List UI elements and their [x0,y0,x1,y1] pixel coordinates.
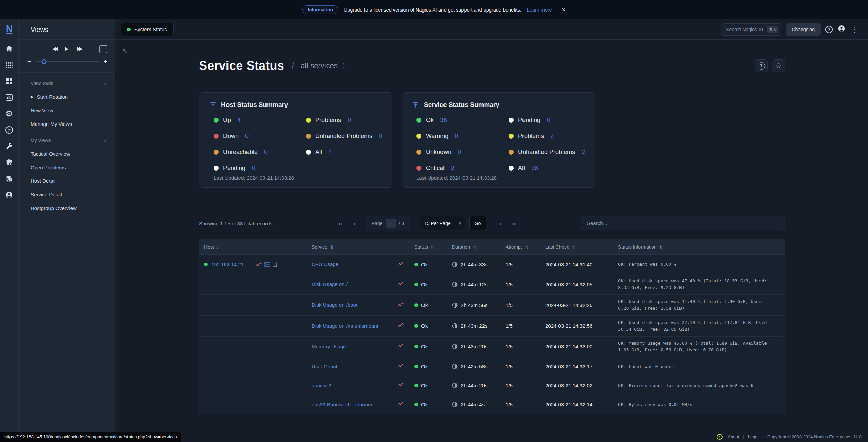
help-icon[interactable]: ? [3,124,15,136]
table-search-input[interactable] [581,216,785,230]
column-host[interactable]: Host↓ [199,244,312,250]
favorite-star-button[interactable]: ☆ [772,59,785,72]
summary-item-critical[interactable]: Critical2 [416,165,509,172]
tools-wrench-icon[interactable] [3,140,15,152]
sort-icon[interactable]: ⇅ [659,245,663,250]
close-icon[interactable]: ✕ [561,7,566,13]
performance-graph-icon[interactable] [398,261,404,266]
go-button[interactable]: Go [469,216,486,230]
summary-item-down[interactable]: Down0 [214,133,306,140]
performance-graph-icon[interactable] [256,262,262,267]
license-warning-icon[interactable]: ! [717,434,723,440]
enterprise-building-icon[interactable] [3,173,15,185]
summary-item-problems[interactable]: Problems2 [509,133,587,140]
service-link[interactable]: apache2 [312,383,331,388]
zoom-slider-knob[interactable] [42,59,47,64]
apps-grid-icon[interactable] [3,59,15,71]
summary-item-problems[interactable]: Problems0 [306,117,384,124]
sidebar-item-host-detail[interactable]: Host Detail [31,178,107,184]
service-link[interactable]: Disk Usage on /boot [312,302,357,308]
home-icon[interactable] [3,42,15,55]
view-tools-header[interactable]: View Tools ∧ [31,81,107,86]
sidebar-item-service-detail[interactable]: Service Detail [31,192,107,197]
performance-graph-icon[interactable] [398,382,404,387]
page-input[interactable] [386,219,396,228]
performance-graph-icon[interactable] [398,323,404,328]
my-views-header[interactable]: My Views ∧ [31,138,107,143]
column-status-information[interactable]: Status Information⇅ [618,244,785,250]
service-link[interactable]: ens33 Bandwidth - Inbound [312,402,374,407]
zoom-out-icon[interactable]: − [27,58,31,65]
host-server-icon[interactable] [264,262,270,267]
column-status[interactable]: Status⇅ [414,244,452,250]
admin-shield-icon[interactable] [3,156,15,169]
reports-chart-icon[interactable] [3,91,15,103]
sidebar-item-open-problems[interactable]: Open Problems [31,165,107,170]
service-link[interactable]: Disk Usage on / [312,281,348,287]
host-link[interactable]: 192.168.14.21 [211,262,244,267]
system-status-button[interactable]: System Status [121,23,174,36]
sidebar-item-start-rotation[interactable]: ▶ Start Rotation [31,94,107,100]
sort-icon[interactable]: ⇅ [525,245,528,250]
performance-graph-icon[interactable] [398,281,404,286]
per-page-select[interactable]: 15 Per Page ∨ [420,216,465,230]
service-link[interactable]: Memory Usage [312,344,346,349]
summary-item-pending[interactable]: Pending0 [509,117,587,124]
zoom-in-icon[interactable]: + [104,58,107,65]
sort-icon[interactable]: ⇅ [473,245,476,250]
user-account-icon[interactable] [3,189,15,201]
about-link[interactable]: About [728,434,739,439]
help-icon[interactable]: ? [825,26,833,33]
service-link[interactable]: Disk Usage on /mnt/nfsmount [312,323,378,329]
column-attempt[interactable]: Attempt⇅ [506,244,545,250]
summary-item-unhandled-problems[interactable]: Unhandled Problems2 [509,149,587,156]
scope-selector[interactable]: all services [301,61,338,70]
sort-icon[interactable]: ⇅ [572,245,575,250]
legal-link[interactable]: Legal [748,434,759,439]
summary-item-up[interactable]: Up4 [214,117,306,124]
settings-gear-icon[interactable]: ⚙ [3,108,15,120]
summary-item-unhandled-problems[interactable]: Unhandled Problems0 [306,133,384,140]
next-page-icon[interactable]: › [499,219,502,227]
service-link[interactable]: CPU Usage [312,261,338,267]
service-link[interactable]: User Count [312,364,337,369]
nagios-logo[interactable]: N [6,24,13,34]
sidebar-item-manage-my-views[interactable]: Manage My Views [31,121,107,127]
rewind-icon[interactable]: ◀◀ [52,46,57,51]
sort-desc-icon[interactable]: ↓ [217,245,219,250]
dashboard-icon[interactable] [3,75,15,87]
summary-item-warning[interactable]: Warning0 [416,133,509,140]
sort-icon[interactable]: ⇅ [431,245,434,250]
chevron-updown-icon[interactable]: ∧ ∨ [342,63,345,69]
user-avatar[interactable] [837,25,845,34]
more-options-icon[interactable]: ⋮ [850,25,860,34]
summary-item-ok[interactable]: Ok36 [416,117,509,124]
performance-graph-icon[interactable] [398,343,404,348]
first-page-icon[interactable]: « [339,219,343,227]
summary-item-all[interactable]: All4 [306,149,384,156]
sidebar-item-hostgroup-overview[interactable]: Hostgroup Overview [31,205,107,211]
learn-more-link[interactable]: Learn more [527,7,552,13]
column-service[interactable]: Service⇅ [312,244,398,250]
summary-item-all[interactable]: All38 [509,165,587,172]
performance-graph-icon[interactable] [398,302,404,307]
column-duration[interactable]: Duration⇅ [452,244,506,250]
global-search-input[interactable]: Search Nagios XI ⌘ K [721,23,781,36]
host-notes-icon[interactable] [273,262,277,267]
sidebar-item-tactical-overview[interactable]: Tactical Overview [31,151,107,157]
prev-page-icon[interactable]: ‹ [354,219,356,227]
sort-icon[interactable]: ⇅ [330,245,334,250]
fast-forward-icon[interactable]: ▶▶ [77,46,81,51]
performance-graph-icon[interactable] [398,401,404,406]
page-help-button[interactable]: ? [755,59,768,72]
play-icon[interactable]: ▶ [65,46,69,51]
summary-item-unknown[interactable]: Unknown0 [416,149,509,156]
performance-graph-icon[interactable] [398,363,404,368]
changelog-button[interactable]: Changelog [786,23,821,36]
summary-item-unreachable[interactable]: Unreachable0 [214,149,306,156]
last-page-icon[interactable]: » [512,219,516,227]
column-last-check[interactable]: Last Check⇅ [545,244,618,250]
frame-box-icon[interactable] [99,45,107,53]
zoom-slider[interactable] [36,61,99,62]
sidebar-item-new-view[interactable]: New View [31,108,107,113]
